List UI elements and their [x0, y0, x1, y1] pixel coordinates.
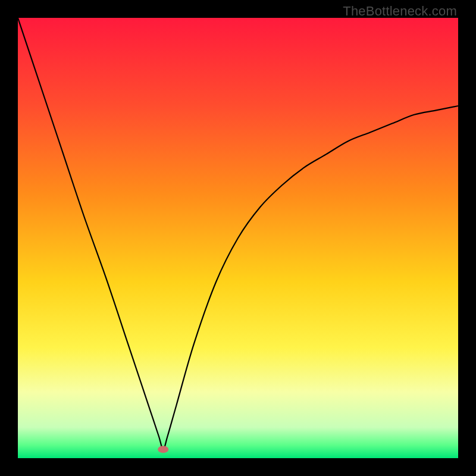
plot-area: [18, 18, 458, 458]
minimum-marker: [158, 446, 168, 453]
bottleneck-curve: [18, 18, 458, 458]
chart-frame: TheBottleneck.com: [0, 0, 476, 476]
watermark-text: TheBottleneck.com: [343, 4, 457, 19]
